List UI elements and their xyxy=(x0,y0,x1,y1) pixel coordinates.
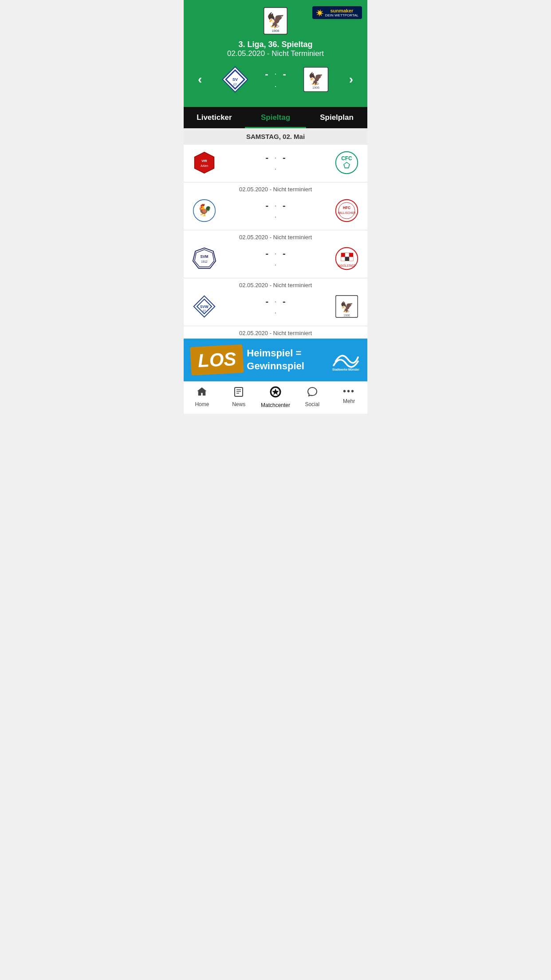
svg-text:1906: 1906 xyxy=(272,29,279,33)
next-match-button[interactable]: › xyxy=(346,69,357,90)
svg-text:🦅: 🦅 xyxy=(308,71,324,86)
match-score-2: - · - · xyxy=(265,201,285,221)
away-logo-preussen: 🦅 1906 xyxy=(334,293,360,320)
svg-text:1912: 1912 xyxy=(201,260,208,263)
home-icon xyxy=(197,386,207,399)
tabs-bar: Liveticker Spieltag Spielplan xyxy=(184,107,367,128)
svg-rect-41 xyxy=(235,387,243,396)
score-separator2: · xyxy=(274,82,276,91)
match-teams-2: 🐓 - · - · HFC HALLISCHER xyxy=(184,194,367,230)
svg-text:07: 07 xyxy=(233,83,237,87)
nav-home-label: Home xyxy=(195,401,209,407)
tab-spielplan[interactable]: Spielplan xyxy=(306,107,367,128)
score-away: - xyxy=(283,68,286,80)
tab-spieltag[interactable]: Spieltag xyxy=(245,107,306,128)
ad-banner[interactable]: LOS Heimspiel =Gewinnspiel Stadtwerke Mü… xyxy=(184,339,367,381)
match-item[interactable]: 02.05.2020 - Nicht terminiert SVM 1912 -… xyxy=(184,230,367,278)
sunmaker-ad[interactable]: ☀️ sunmaker DEIN WETTPORTAL xyxy=(312,6,362,19)
match-item[interactable]: 02.05.2020 - Nicht terminiert SVW 07 - ·… xyxy=(184,278,367,326)
nav-matchcenter-label: Matchcenter xyxy=(261,402,290,408)
svg-rect-28 xyxy=(341,257,345,261)
svg-text:HALLISCHER: HALLISCHER xyxy=(338,211,356,214)
score-home: - xyxy=(265,68,268,80)
svg-text:AAlen: AAlen xyxy=(200,164,208,167)
svg-rect-27 xyxy=(349,253,353,257)
match-item[interactable]: VfR AAlen - · - · CFC xyxy=(184,145,367,182)
match-teams-4: SVW 07 - · - · 🦅 1906 xyxy=(184,290,367,326)
svg-text:HFC: HFC xyxy=(343,205,351,209)
away-team-logo: 🦅 1906 xyxy=(302,65,330,94)
league-title: 3. Liga, 36. Spieltag xyxy=(191,40,360,49)
matchcenter-icon xyxy=(270,386,281,400)
match-date-status: 02.05.2020 - Nicht Terminiert xyxy=(191,49,360,58)
home-logo-svm: SVM 1912 xyxy=(191,245,217,272)
nav-mehr[interactable]: ••• Mehr xyxy=(331,382,367,414)
match-date-2: 02.05.2020 - Nicht terminiert xyxy=(184,182,367,194)
home-team-logo: SV 07 xyxy=(221,65,249,94)
ad-los-text: LOS xyxy=(190,344,244,375)
home-logo-svw: SVW 07 xyxy=(191,293,217,320)
nav-news[interactable]: News xyxy=(220,382,257,414)
bottom-navigation: Home News Matchcenter Soci xyxy=(184,381,367,414)
ad-main-text: Heimspiel =Gewinnspiel xyxy=(247,347,331,372)
sunmaker-brand: sunmaker xyxy=(325,8,358,13)
match-date-3: 02.05.2020 - Nicht terminiert xyxy=(184,230,367,242)
svg-rect-25 xyxy=(341,253,345,257)
svg-text:1906: 1906 xyxy=(312,86,319,90)
match-date-4: 02.05.2020 - Nicht terminiert xyxy=(184,278,367,290)
away-logo-hfc: HFC HALLISCHER xyxy=(334,197,360,224)
nav-home[interactable]: Home xyxy=(184,382,220,414)
nav-mehr-label: Mehr xyxy=(343,398,355,404)
svg-text:SVM: SVM xyxy=(200,254,208,258)
sunmaker-sub: DEIN WETTPORTAL xyxy=(325,13,358,17)
prev-match-button[interactable]: ‹ xyxy=(194,69,205,90)
svg-text:1906: 1906 xyxy=(344,313,350,316)
svg-rect-29 xyxy=(345,257,349,261)
svg-text:SVW: SVW xyxy=(200,305,209,309)
svg-text:SV: SV xyxy=(232,77,238,82)
svg-text:07: 07 xyxy=(202,309,206,312)
svg-text:Stadtwerke Münster: Stadtwerke Münster xyxy=(332,368,359,371)
mehr-icon: ••• xyxy=(343,386,355,396)
nav-news-label: News xyxy=(232,401,245,407)
match-nav-row: ‹ SV 07 - · - · 🦅 xyxy=(191,61,360,98)
team-logo-header: 🦅 1906 xyxy=(262,5,289,36)
svg-rect-30 xyxy=(349,257,353,261)
match-score-3: - · - · xyxy=(265,249,285,269)
svg-rect-26 xyxy=(345,253,349,257)
match-item[interactable]: 02.05.2020 - Nicht terminiert 🐓 - · - · xyxy=(184,182,367,230)
header: 🦅 1906 ☀️ sunmaker DEIN WETTPORTAL 3. Li… xyxy=(184,0,367,107)
svg-text:INGOLSTADT: INGOLSTADT xyxy=(338,264,356,267)
nav-social[interactable]: Social xyxy=(294,382,331,414)
svg-point-19 xyxy=(339,202,355,219)
svg-text:CFC: CFC xyxy=(342,155,353,162)
nav-social-label: Social xyxy=(305,401,319,407)
match-date-5: 02.05.2020 - Nicht terminiert xyxy=(184,326,367,338)
match-score-4: - · - · xyxy=(265,296,285,316)
content-area: SAMSTAG, 02. Mai VfR AAlen - · - · xyxy=(184,128,367,381)
svg-text:🦅: 🦅 xyxy=(267,12,285,29)
ad-sponsor-logo: Stadtwerke Münster xyxy=(331,347,360,373)
nav-matchcenter[interactable]: Matchcenter xyxy=(257,382,294,414)
social-icon xyxy=(307,386,318,399)
svg-text:🐓: 🐓 xyxy=(197,203,212,217)
away-logo-cfc: CFC xyxy=(334,149,360,176)
svg-text:VfR: VfR xyxy=(201,158,207,162)
match-score: - · - · xyxy=(265,68,286,91)
match-item-partial[interactable]: 02.05.2020 - Nicht terminiert xyxy=(184,326,367,339)
away-logo-ing: INGOLSTADT xyxy=(334,245,360,272)
day-header: SAMSTAG, 02. Mai xyxy=(184,128,367,145)
news-icon xyxy=(233,386,244,399)
home-logo-nordlingen: VfR AAlen xyxy=(191,149,217,176)
tab-liveticker[interactable]: Liveticker xyxy=(184,107,245,128)
sun-icon: ☀️ xyxy=(316,9,323,16)
score-separator: · xyxy=(274,69,276,79)
home-logo-msv: 🐓 xyxy=(191,197,217,224)
match-teams-3: SVM 1912 - · - · xyxy=(184,242,367,278)
match-score-1: - · - · xyxy=(265,153,285,173)
svg-text:🦅: 🦅 xyxy=(340,300,354,313)
